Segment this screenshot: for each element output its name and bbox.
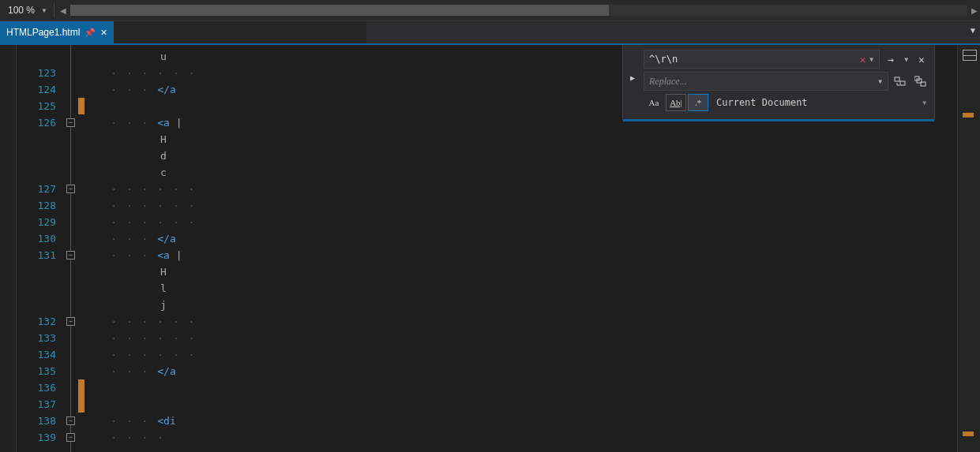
line-number xyxy=(17,148,64,164)
search-options: Aa Ab| .* xyxy=(644,94,708,111)
code-area[interactable]: ▶ × ▼ → ▼ ✕ ▼ xyxy=(86,45,957,452)
horizontal-scrollbar[interactable]: ◀ ▶ xyxy=(58,0,980,21)
line-number: 132 xyxy=(17,313,64,330)
line-number: 129 xyxy=(17,214,64,230)
line-number: 139 xyxy=(17,429,64,446)
tab-navigation-dropdown[interactable] xyxy=(114,21,366,43)
code-line[interactable]: j xyxy=(86,297,957,313)
close-panel-icon[interactable]: ✕ xyxy=(914,51,929,67)
vertical-scrollbar[interactable] xyxy=(957,45,980,452)
find-next-icon[interactable]: → xyxy=(883,51,899,67)
line-number: 135 xyxy=(17,363,64,379)
zoom-value: 100 % xyxy=(8,5,35,16)
expand-replace-icon[interactable]: ▶ xyxy=(626,50,639,105)
line-number xyxy=(17,131,64,148)
code-line[interactable]: · · · · · · xyxy=(86,330,957,346)
fold-toggle-icon[interactable]: − xyxy=(66,251,75,260)
whole-word-label: Ab| xyxy=(670,98,682,107)
replace-history-dropdown-icon[interactable]: ▼ xyxy=(876,78,884,85)
scroll-thumb[interactable] xyxy=(70,5,609,16)
replace-next-icon[interactable] xyxy=(892,73,909,89)
code-line[interactable]: · · · </a xyxy=(86,230,957,247)
replace-all-icon[interactable] xyxy=(912,73,929,89)
line-number: 123 xyxy=(17,65,64,81)
close-icon[interactable]: ✕ xyxy=(100,28,107,38)
line-number xyxy=(17,48,64,65)
whole-word-toggle[interactable]: Ab| xyxy=(666,94,686,111)
pin-icon[interactable]: 📌 xyxy=(84,28,96,38)
scroll-track[interactable] xyxy=(70,5,967,16)
tab-label: HTMLPage1.html xyxy=(6,27,80,38)
code-line[interactable]: c xyxy=(86,164,957,181)
line-number xyxy=(17,263,64,280)
fold-toggle-icon[interactable]: − xyxy=(66,317,75,326)
code-line[interactable]: d xyxy=(86,148,957,164)
code-line[interactable]: l xyxy=(86,280,957,297)
tab-bar: HTMLPage1.html 📌 ✕ ▼ xyxy=(0,21,980,45)
code-line[interactable] xyxy=(86,396,957,413)
line-number: 138 xyxy=(17,413,64,429)
line-number: 124 xyxy=(17,81,64,98)
code-line[interactable]: · · · · · · xyxy=(86,346,957,363)
line-number: 125 xyxy=(17,98,64,114)
match-case-toggle[interactable]: Aa xyxy=(644,94,664,111)
search-history-dropdown-icon[interactable]: ▼ xyxy=(867,56,876,63)
line-number: 128 xyxy=(17,197,64,214)
line-number: 131 xyxy=(17,247,64,263)
find-direction-dropdown-icon[interactable]: ▼ xyxy=(902,56,911,63)
replace-input[interactable] xyxy=(648,75,876,88)
line-number-gutter: 1231241251261271281291301311321331341351… xyxy=(17,45,64,452)
code-line[interactable]: · · · </a xyxy=(86,363,957,379)
code-line[interactable]: · · · · · · xyxy=(86,214,957,230)
fold-toggle-icon[interactable]: − xyxy=(66,433,75,442)
line-number: 126 xyxy=(17,114,64,131)
line-number: 137 xyxy=(17,396,64,413)
code-editor: 1231241251261271281291301311321331341351… xyxy=(0,45,980,452)
line-number: 134 xyxy=(17,346,64,363)
fold-toggle-icon[interactable]: − xyxy=(66,185,75,193)
fold-toggle-icon[interactable]: − xyxy=(66,118,75,127)
code-line[interactable]: H xyxy=(86,263,957,280)
search-input[interactable] xyxy=(648,53,858,65)
search-input-wrap: × ▼ xyxy=(644,50,880,69)
code-line[interactable] xyxy=(86,379,957,396)
code-line[interactable]: · · · <a | xyxy=(86,247,957,263)
selection-margin xyxy=(0,45,17,452)
tabs-overflow-icon[interactable]: ▼ xyxy=(969,26,977,35)
code-line[interactable]: · · · · xyxy=(86,429,957,446)
code-line[interactable]: H xyxy=(86,131,957,148)
match-case-label: Aa xyxy=(649,98,659,107)
search-scope-selector[interactable]: Current Document ▼ xyxy=(712,97,929,108)
scroll-left-icon[interactable]: ◀ xyxy=(58,2,69,18)
zoom-selector[interactable]: 100 % ▼ xyxy=(0,0,51,21)
change-mark xyxy=(78,379,84,396)
line-number xyxy=(17,280,64,297)
line-number xyxy=(17,297,64,313)
chevron-down-icon: ▼ xyxy=(41,7,47,14)
split-window-icon[interactable] xyxy=(963,50,977,61)
fold-guide-line xyxy=(70,45,71,452)
top-toolbar: 100 % ▼ ◀ ▶ xyxy=(0,0,980,21)
code-line[interactable]: · · · · · · xyxy=(86,313,957,330)
overview-mark xyxy=(963,113,974,118)
code-line[interactable]: · · · · · · xyxy=(86,181,957,197)
code-line[interactable]: · · · <di xyxy=(86,413,957,429)
svg-rect-0 xyxy=(895,77,899,81)
code-line[interactable]: · · · · · · xyxy=(86,197,957,214)
tab-htmlpage1[interactable]: HTMLPage1.html 📌 ✕ xyxy=(0,21,114,43)
change-marks-gutter xyxy=(78,45,86,452)
fold-toggle-icon[interactable]: − xyxy=(66,417,75,425)
find-replace-panel: ▶ × ▼ → ▼ ✕ ▼ xyxy=(622,45,935,120)
search-scope-label: Current Document xyxy=(716,97,808,108)
overview-mark xyxy=(963,431,974,436)
replace-input-wrap: ▼ xyxy=(644,72,888,91)
scroll-right-icon[interactable]: ▶ xyxy=(969,2,980,18)
change-mark xyxy=(78,396,84,413)
outlining-gutter: −−−−−− xyxy=(64,45,78,452)
regex-label: .* xyxy=(695,98,701,107)
clear-search-icon[interactable]: × xyxy=(858,54,868,65)
separator xyxy=(54,3,54,17)
regex-toggle[interactable]: .* xyxy=(688,94,708,111)
line-number xyxy=(17,164,64,181)
line-number: 127 xyxy=(17,181,64,197)
